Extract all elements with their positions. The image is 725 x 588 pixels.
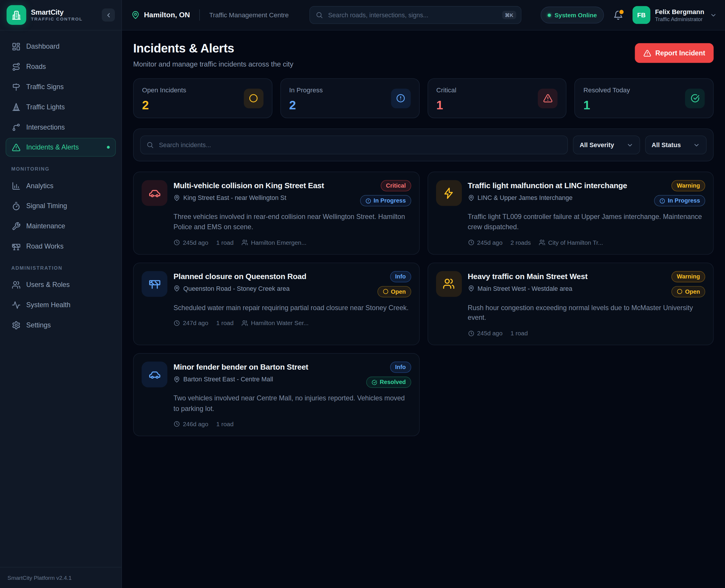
status-badge: In Progress bbox=[360, 195, 411, 206]
brand-tagline: TRAFFIC CONTROL bbox=[31, 17, 97, 22]
users-icon bbox=[436, 271, 462, 297]
incident-title: Traffic light malfunction at LINC interc… bbox=[468, 181, 627, 190]
sidebar-item-system-health[interactable]: System Health bbox=[5, 295, 116, 314]
sidebar-item-signal-timing[interactable]: Signal Timing bbox=[5, 196, 116, 215]
sidebar: SmartCity TRAFFIC CONTROL Dashboard Road… bbox=[0, 0, 122, 588]
signpost-icon bbox=[12, 82, 21, 91]
platform-version: SmartCity Platform v2.4.1 bbox=[8, 574, 72, 581]
reporter: Hamilton Emergen... bbox=[251, 239, 306, 246]
incident-description: Two vehicles involved near Centre Mall, … bbox=[173, 393, 411, 414]
incident-card-heavy-traffic-main[interactable]: Heavy traffic on Main Street West Main S… bbox=[427, 262, 713, 345]
car-icon bbox=[142, 180, 167, 206]
city-label: Hamilton, ON bbox=[144, 11, 190, 19]
global-search-input[interactable] bbox=[327, 11, 498, 19]
sidebar-item-incidents-alerts[interactable]: Incidents & Alerts bbox=[5, 138, 116, 156]
users-icon bbox=[12, 280, 21, 289]
chevron-down-icon bbox=[710, 12, 717, 19]
dashboard-icon bbox=[12, 42, 21, 51]
reporter: Hamilton Water Ser... bbox=[251, 319, 308, 327]
main: Hamilton, ON Traffic Management Centre ⌘… bbox=[122, 0, 725, 588]
map-pin-icon bbox=[173, 376, 180, 382]
map-pin-icon bbox=[173, 194, 180, 201]
page-head: Incidents & Alerts Monitor and manage tr… bbox=[133, 41, 713, 68]
incident-card-traffic-light-linc[interactable]: Traffic light malfunction at LINC interc… bbox=[427, 172, 713, 254]
roads-count: 1 road bbox=[216, 420, 234, 427]
route-icon bbox=[12, 62, 21, 71]
global-search[interactable]: ⌘K bbox=[310, 6, 521, 24]
search-icon bbox=[146, 141, 154, 149]
sidebar-item-dashboard[interactable]: Dashboard bbox=[5, 37, 116, 56]
alert-triangle-icon bbox=[643, 49, 651, 57]
stat-card-critical: Critical 1 bbox=[427, 78, 567, 118]
status-badge: Open bbox=[377, 286, 411, 297]
stat-card-in-progress: In Progress 2 bbox=[280, 78, 419, 118]
sidebar-item-users-roles[interactable]: Users & Roles bbox=[5, 275, 116, 294]
sidebar-footer: SmartCity Platform v2.4.1 bbox=[0, 567, 121, 588]
circle-icon bbox=[244, 88, 263, 108]
stats-row: Open Incidents 2 In Progress 2 Critical bbox=[133, 78, 713, 118]
construction-icon bbox=[142, 271, 167, 297]
open-circle-icon bbox=[382, 289, 389, 295]
stat-value: 2 bbox=[289, 98, 323, 112]
clock-icon bbox=[173, 239, 180, 246]
alert-triangle-icon bbox=[12, 143, 21, 151]
sidebar-item-traffic-signs[interactable]: Traffic Signs bbox=[5, 77, 116, 96]
report-incident-button[interactable]: Report Incident bbox=[635, 43, 713, 63]
search-icon bbox=[316, 11, 323, 19]
sidebar-item-traffic-lights[interactable]: Traffic Lights bbox=[5, 98, 116, 117]
page-subtitle: Monitor and manage traffic incidents acr… bbox=[133, 60, 293, 68]
brand-logo bbox=[6, 5, 26, 25]
section-administration: ADMINISTRATION bbox=[11, 265, 110, 271]
sidebar-item-road-works[interactable]: Road Works bbox=[5, 237, 116, 256]
incident-meta: 246d ago 1 road bbox=[173, 420, 411, 427]
stat-card-open-incidents: Open Incidents 2 bbox=[133, 78, 272, 118]
status-badge: Open bbox=[671, 286, 705, 297]
open-circle-icon bbox=[677, 289, 683, 295]
notifications-button[interactable] bbox=[611, 8, 625, 22]
incident-meta: 245d ago 1 road bbox=[468, 330, 705, 337]
incident-card-fender-bender-barton[interactable]: Minor fender bender on Barton Street Bar… bbox=[133, 353, 419, 436]
severity-filter[interactable]: All Severity bbox=[573, 135, 640, 154]
roads-count: 1 road bbox=[216, 319, 234, 327]
roads-count: 1 road bbox=[216, 239, 234, 246]
filter-bar: All Severity All Status bbox=[133, 128, 713, 161]
sidebar-item-maintenance[interactable]: Maintenance bbox=[5, 217, 116, 235]
zap-icon bbox=[436, 180, 462, 206]
incident-meta: 245d ago 2 roads City of Hamilton Tr... bbox=[468, 239, 705, 246]
traffic-cone-icon bbox=[12, 103, 21, 111]
incident-card-collision-king-street[interactable]: Multi-vehicle collision on King Street E… bbox=[133, 172, 419, 254]
user-menu[interactable]: FB Felix Bergmann Traffic Administrator bbox=[633, 6, 717, 24]
stat-value: 2 bbox=[142, 98, 186, 112]
incident-location: LINC & Upper James Interchange bbox=[468, 194, 627, 201]
building-icon bbox=[11, 9, 22, 21]
severity-badge: Warning bbox=[671, 271, 705, 282]
alert-triangle-icon bbox=[538, 88, 558, 108]
sidebar-collapse-button[interactable] bbox=[102, 8, 115, 22]
clock-icon bbox=[173, 320, 180, 326]
bar-chart-icon bbox=[12, 181, 21, 190]
sidebar-item-roads[interactable]: Roads bbox=[5, 57, 116, 76]
brand-name: SmartCity bbox=[31, 8, 97, 16]
incident-search-input[interactable] bbox=[158, 141, 562, 149]
status-badge: In Progress bbox=[654, 195, 705, 206]
topbar: Hamilton, ON Traffic Management Centre ⌘… bbox=[122, 0, 725, 30]
clock-icon bbox=[468, 330, 474, 336]
alert-circle-icon bbox=[391, 88, 410, 108]
roads-count: 2 roads bbox=[511, 239, 531, 246]
incident-title: Multi-vehicle collision on King Street E… bbox=[173, 181, 324, 190]
incident-description: Rush hour congestion exceeding normal le… bbox=[468, 303, 705, 323]
construction-icon bbox=[12, 242, 21, 251]
page-head-text: Incidents & Alerts Monitor and manage tr… bbox=[133, 41, 293, 68]
users-icon bbox=[241, 239, 248, 246]
sidebar-item-analytics[interactable]: Analytics bbox=[5, 176, 116, 195]
users-icon bbox=[241, 320, 248, 326]
incident-card-closure-queenston[interactable]: Planned closure on Queenston Road Queens… bbox=[133, 262, 419, 345]
incident-location: Barton Street East - Centre Mall bbox=[173, 376, 308, 383]
sidebar-item-settings[interactable]: Settings bbox=[5, 316, 116, 334]
sidebar-item-intersections[interactable]: Intersections bbox=[5, 118, 116, 136]
online-dot bbox=[548, 14, 551, 17]
user-name: Felix Bergmann bbox=[655, 8, 704, 16]
page-title: Incidents & Alerts bbox=[133, 41, 293, 56]
incident-search[interactable] bbox=[140, 135, 568, 154]
status-filter[interactable]: All Status bbox=[645, 135, 706, 154]
